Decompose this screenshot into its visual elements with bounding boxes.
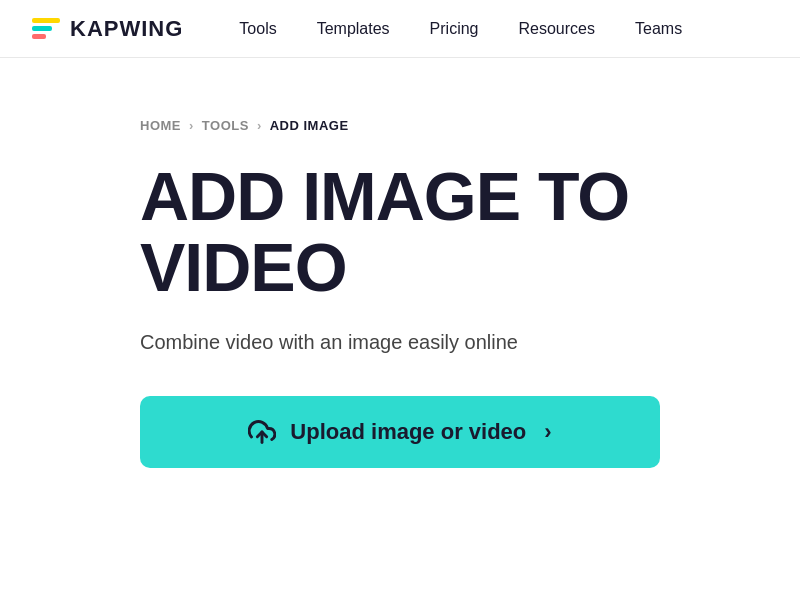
page-title: ADD IMAGE TO VIDEO — [140, 161, 660, 304]
nav-item-teams[interactable]: Teams — [619, 12, 698, 46]
site-header: KAPWING Tools Templates Pricing Resource… — [0, 0, 800, 58]
nav-item-templates[interactable]: Templates — [301, 12, 406, 46]
page-subtitle: Combine video with an image easily onlin… — [140, 328, 660, 356]
main-content: HOME › TOOLS › ADD IMAGE ADD IMAGE TO VI… — [0, 58, 800, 548]
breadcrumb: HOME › TOOLS › ADD IMAGE — [140, 118, 660, 133]
nav-item-tools[interactable]: Tools — [223, 12, 292, 46]
upload-icon — [248, 418, 276, 446]
page-title-line1: ADD IMAGE TO — [140, 158, 629, 234]
logo-bar-yellow — [32, 18, 60, 23]
chevron-right-icon: › — [544, 419, 551, 445]
logo-link[interactable]: KAPWING — [32, 16, 183, 42]
breadcrumb-home[interactable]: HOME — [140, 118, 181, 133]
logo-icon — [32, 18, 60, 39]
breadcrumb-current: ADD IMAGE — [270, 118, 349, 133]
nav-item-resources[interactable]: Resources — [503, 12, 611, 46]
nav-item-pricing[interactable]: Pricing — [414, 12, 495, 46]
main-nav: Tools Templates Pricing Resources Teams — [223, 12, 768, 46]
breadcrumb-sep-2: › — [257, 118, 262, 133]
logo-bar-teal — [32, 26, 52, 31]
logo-bar-red — [32, 34, 46, 39]
breadcrumb-sep-1: › — [189, 118, 194, 133]
upload-button[interactable]: Upload image or video › — [140, 396, 660, 468]
upload-button-label: Upload image or video — [290, 419, 526, 445]
breadcrumb-tools[interactable]: TOOLS — [202, 118, 249, 133]
logo-text: KAPWING — [70, 16, 183, 42]
page-title-line2: VIDEO — [140, 229, 347, 305]
